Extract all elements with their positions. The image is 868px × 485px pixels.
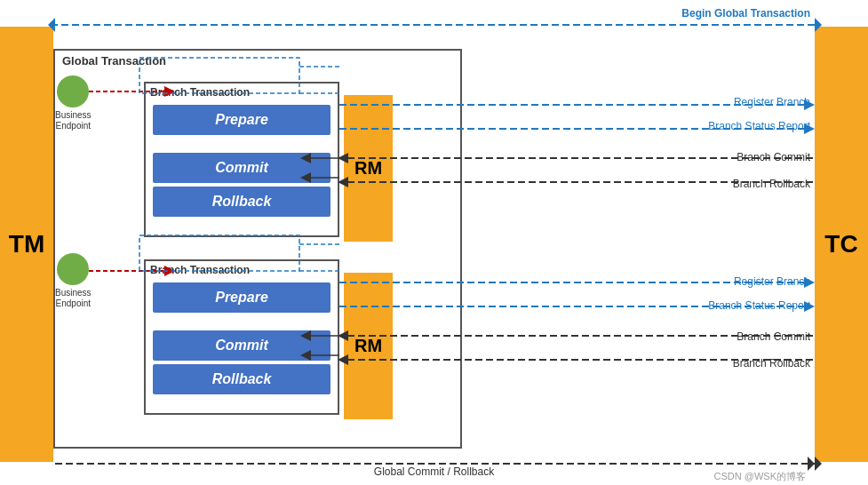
tm-column: TM xyxy=(0,27,53,462)
top-branch-tx-label: Branch Transaction xyxy=(146,83,338,101)
branch-commit-1-label: Branch Commit xyxy=(737,151,810,163)
top-rm-label: RM xyxy=(354,158,382,179)
bottom-biz-label: BusinessEndpoint xyxy=(55,288,92,309)
top-biz-endpoint: BusinessEndpoint xyxy=(55,76,92,131)
global-tx-label: Global Transaction xyxy=(62,54,166,68)
bottom-biz-endpoint: BusinessEndpoint xyxy=(55,253,92,309)
global-commit-rollback-label: Global Commit / Rollback xyxy=(374,465,494,478)
main-container: TM TC Global Transaction Branch Transact… xyxy=(0,0,868,485)
register-branch-2-label: Register Branch xyxy=(734,275,810,288)
global-tx-box: Global Transaction Branch Transaction Pr… xyxy=(53,49,462,449)
top-biz-circle xyxy=(57,76,89,107)
bottom-prepare-box: Prepare xyxy=(153,282,330,313)
bottom-rollback-box: Rollback xyxy=(153,364,330,394)
branch-status-report-1-label: Branch Status Report xyxy=(708,120,810,132)
top-commit-box: Commit xyxy=(153,153,330,183)
tc-label: TC xyxy=(824,230,857,258)
top-branch-tx-block: Branch Transaction Prepare Commit Rollba… xyxy=(144,82,339,237)
bottom-commit-box: Commit xyxy=(153,330,330,361)
bottom-rm-label: RM xyxy=(354,336,382,356)
top-rm-box: RM xyxy=(344,95,393,242)
bottom-rm-box: RM xyxy=(344,273,393,419)
register-branch-1-label: Register Branch xyxy=(734,96,810,108)
branch-commit-2-label: Branch Commit xyxy=(737,330,810,343)
svg-marker-24 xyxy=(808,457,815,471)
bottom-branch-tx-block: Branch Transaction Prepare Commit Rollba… xyxy=(144,259,339,415)
top-biz-label: BusinessEndpoint xyxy=(55,110,92,131)
tc-column: TC xyxy=(815,27,868,462)
bottom-biz-circle xyxy=(57,253,89,285)
top-prepare-box: Prepare xyxy=(153,105,330,135)
begin-global-label: Begin Global Transaction xyxy=(681,7,810,20)
bottom-branch-tx-label: Branch Transaction xyxy=(146,261,338,279)
branch-status-report-2-label: Branch Status Report xyxy=(708,299,810,312)
watermark: CSDN @WSK的博客 xyxy=(714,470,806,483)
branch-rollback-1-label: Branch Rollback xyxy=(733,178,810,190)
tm-label: TM xyxy=(9,230,44,258)
branch-rollback-2-label: Branch Rollback xyxy=(733,357,810,370)
top-rollback-box: Rollback xyxy=(153,187,330,217)
